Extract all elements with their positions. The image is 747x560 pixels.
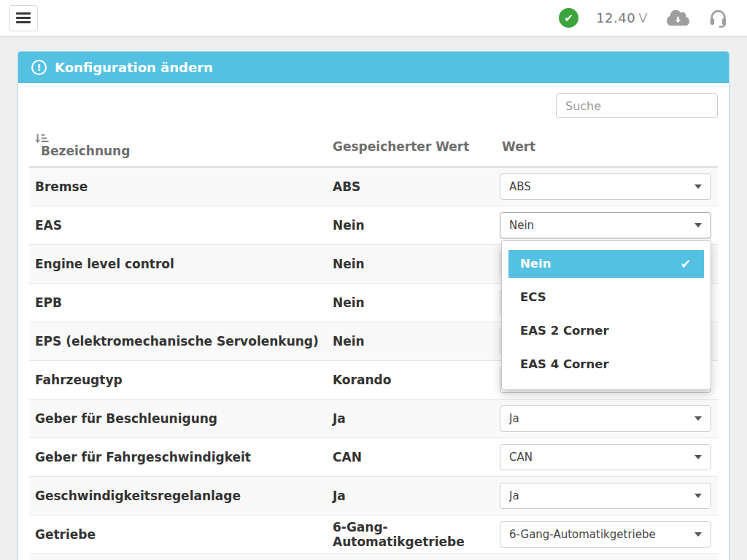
row-stored-value: CAN: [327, 438, 495, 476]
row-stored-value: Nein: [327, 283, 495, 322]
row-stored-value: ABS: [327, 167, 495, 206]
status-ok-icon: ✔: [559, 8, 578, 28]
value-select-eas[interactable]: Nein: [500, 212, 711, 238]
table-row: EASNeinNeinNein✔ECSEAS 2 CornerEAS 4 Cor…: [29, 206, 718, 244]
option-label: ECS: [520, 290, 546, 304]
search-input[interactable]: [556, 93, 718, 118]
select-current-value: Ja: [509, 489, 689, 502]
row-stored-value: Nein: [327, 244, 495, 283]
info-exclamation-icon: !: [31, 60, 47, 75]
dropdown-option-eas-2-corner[interactable]: EAS 2 Corner: [502, 314, 711, 348]
row-stored-value: 6-Gang-Automatikgetriebe: [327, 515, 495, 553]
row-label: Fahrzeugtyp: [29, 360, 327, 399]
row-stored-value: Ja: [327, 399, 495, 438]
table-row: Geber für BeschleunigungJaJa: [29, 399, 718, 438]
row-value-cell: 6-Gang-Automatikgetriebe: [495, 515, 718, 553]
column-label: Gespeicherter Wert: [333, 139, 469, 154]
chevron-down-icon: [694, 416, 702, 421]
row-label: Bremse: [29, 167, 327, 206]
panel-title: Konfiguration ändern: [55, 60, 213, 75]
column-header-bezeichnung[interactable]: Bezeichnung: [29, 127, 327, 167]
row-label: EPS (elektromechanische Servolenkung): [29, 322, 327, 360]
value-select-geber-f-r-fahrgeschwindigkeit[interactable]: CAN: [500, 444, 711, 470]
column-header-gespeicherter-wert[interactable]: Gespeicherter Wert: [327, 127, 495, 167]
value-select-geber-f-r-beschleunigung[interactable]: Ja: [500, 405, 711, 432]
row-value-cell: NeinNein✔ECSEAS 2 CornerEAS 4 Corner: [495, 206, 718, 244]
column-label: Wert: [502, 139, 535, 154]
value-select-getriebe[interactable]: 6-Gang-Automatikgetriebe: [500, 521, 711, 548]
row-label: EAS: [29, 206, 327, 244]
dropdown-option-ecs[interactable]: ECS: [502, 281, 711, 314]
column-label: Bezeichnung: [41, 144, 130, 158]
row-label: Engine level control: [29, 244, 327, 283]
table-row: Getriebe6-Gang-Automatikgetriebe6-Gang-A…: [29, 515, 718, 553]
row-label: EPB: [29, 283, 327, 322]
voltage-value: 12.40: [596, 10, 635, 26]
table-row: BremseABSABS: [29, 167, 718, 206]
configuration-table: Bezeichnung Gespeicherter Wert Wert Brem…: [29, 127, 718, 560]
table-body: BremseABSABSEASNeinNeinNein✔ECSEAS 2 Cor…: [29, 167, 718, 560]
chevron-down-icon: [694, 494, 702, 498]
table-header-row: Bezeichnung Gespeicherter Wert Wert: [29, 127, 718, 167]
row-value-cell: CAN: [495, 438, 718, 476]
row-label: Geschwindigkeitsregelanlage: [29, 476, 327, 515]
option-label: EAS 4 Corner: [520, 357, 609, 371]
chevron-down-icon: [694, 532, 702, 537]
hamburger-menu-button[interactable]: [9, 5, 38, 31]
select-current-value: Nein: [509, 219, 689, 232]
select-current-value: Ja: [509, 412, 689, 425]
row-label: Geber für Beschleunigung: [29, 399, 327, 438]
option-label: EAS 2 Corner: [520, 324, 609, 338]
search-row: [29, 93, 718, 118]
select-current-value: CAN: [509, 451, 689, 464]
row-stored-value: [327, 553, 495, 560]
row-value-cell: [495, 553, 718, 560]
chevron-down-icon: [694, 455, 702, 459]
row-stored-value: Nein: [327, 206, 495, 244]
cloud-download-icon[interactable]: [667, 9, 689, 27]
topbar-status-area: ✔ 12.40V: [559, 7, 747, 28]
panel-header: ! Konfiguration ändern: [18, 52, 729, 83]
top-bar: ✔ 12.40V: [0, 0, 747, 36]
table-row: GeschwindigkeitsregelanlageJaJa: [29, 476, 718, 515]
sort-amount-icon: [35, 133, 321, 144]
voltage-unit: V: [638, 10, 648, 26]
option-label: Nein: [520, 250, 551, 278]
table-row: Geber für FahrgeschwindigkeitCANCAN: [29, 438, 718, 476]
dropdown-option-eas-4-corner[interactable]: EAS 4 Corner: [502, 348, 711, 381]
row-value-cell: Ja: [495, 399, 718, 438]
chevron-down-icon: [694, 184, 702, 189]
row-stored-value: Korando: [327, 360, 495, 399]
row-label: Geber für Fahrgeschwindigkeit: [29, 438, 327, 476]
column-header-wert[interactable]: Wert: [495, 127, 718, 167]
row-stored-value: Ja: [327, 476, 495, 515]
panel-body: Bezeichnung Gespeicherter Wert Wert Brem…: [18, 83, 729, 560]
select-current-value: ABS: [509, 180, 689, 193]
row-label: Getriebe: [29, 515, 327, 553]
value-select-bremse[interactable]: ABS: [500, 174, 711, 200]
battery-voltage: 12.40V: [596, 10, 648, 26]
value-select-geschwindigkeitsregelanlage[interactable]: Ja: [500, 483, 711, 509]
row-value-cell: Ja: [495, 476, 718, 515]
row-stored-value: Nein: [327, 322, 495, 360]
chevron-down-icon: [694, 223, 702, 228]
select-current-value: 6-Gang-Automatikgetriebe: [509, 528, 689, 541]
row-label: [29, 553, 327, 560]
row-value-cell: ABS: [495, 167, 718, 206]
table-row: [29, 553, 718, 560]
dropdown-option-nein[interactable]: Nein✔: [508, 250, 704, 278]
headset-icon[interactable]: [708, 7, 728, 28]
open-dropdown-menu: Nein✔ECSEAS 2 CornerEAS 4 Corner: [501, 240, 711, 390]
check-icon: ✔: [681, 250, 691, 278]
configuration-panel: ! Konfiguration ändern: [18, 51, 729, 560]
